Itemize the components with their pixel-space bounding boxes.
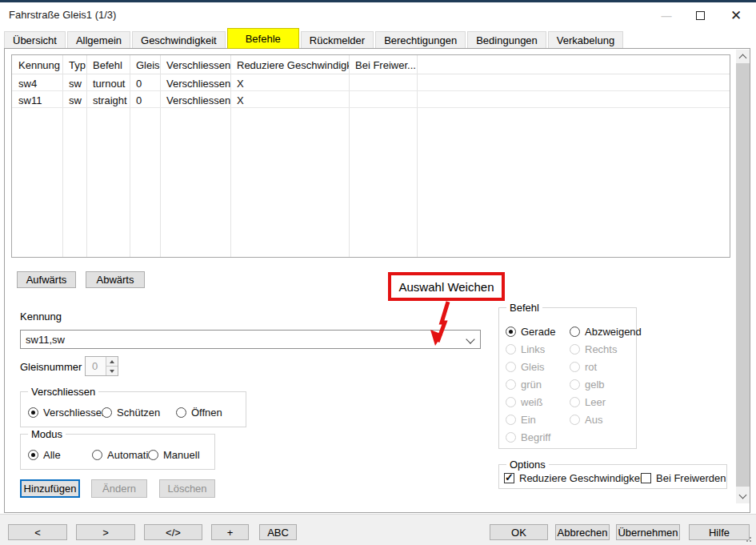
- radio-icon: [570, 362, 580, 372]
- kennung-value: sw11,sw: [26, 334, 65, 346]
- radio-icon: [506, 327, 516, 337]
- table-cell: turnout: [86, 74, 130, 90]
- radio-icon: [148, 450, 158, 460]
- table-header-row: KennungTypBefehlGleisVerschliessenReduzi…: [12, 55, 730, 74]
- tab-befehle[interactable]: Befehle: [227, 28, 299, 49]
- titlebar: Fahrstraße Gleis1 (1/3) — ✕: [0, 2, 756, 26]
- radio-alle[interactable]: Alle: [28, 449, 61, 461]
- radio-gerade[interactable]: Gerade: [506, 326, 555, 338]
- column-header[interactable]: Verschliessen: [160, 55, 230, 74]
- radio-label: Manuell: [163, 449, 200, 461]
- radio-öffnen[interactable]: Öffnen: [176, 407, 222, 419]
- resize-grip[interactable]: [746, 535, 754, 543]
- radio-icon: [506, 362, 516, 372]
- uebernehmen-button[interactable]: Übernehmen: [616, 524, 680, 540]
- radio-icon: [570, 397, 580, 407]
- radio-gelb: gelb: [570, 379, 605, 391]
- radio-icon: [506, 379, 516, 390]
- annotation-box: Auswahl Weichen: [388, 272, 505, 301]
- next-button[interactable]: >: [76, 524, 135, 540]
- radio-label: Gerade: [521, 326, 555, 338]
- tab-übersicht[interactable]: Übersicht: [4, 31, 66, 49]
- action-button-löschen: Löschen: [159, 479, 215, 498]
- radio-icon: [570, 379, 580, 390]
- hilfe-button[interactable]: Hilfe: [689, 524, 750, 540]
- vertical-scrollbar[interactable]: [736, 50, 750, 503]
- radio-label: grün: [521, 379, 542, 391]
- radio-abzweigend[interactable]: Abzweigend: [570, 326, 642, 338]
- column-header[interactable]: Typ: [62, 55, 86, 74]
- window-title: Fahrstraße Gleis1 (1/3): [9, 9, 116, 21]
- gleisnummer-label: Gleisnummer: [20, 361, 82, 373]
- radio-icon: [570, 327, 580, 337]
- radio-label: Automatik: [107, 449, 154, 461]
- radio-gleis: Gleis: [506, 361, 545, 373]
- radio-icon: [28, 407, 38, 418]
- tab-berechtigungen[interactable]: Berechtigungen: [375, 31, 466, 49]
- verschliessen-group: Verschliessen VerschliessenSchützenÖffne…: [20, 391, 246, 427]
- checkbox-bei-freiwerden[interactable]: Bei Freiwerden: [641, 472, 726, 484]
- radio-rechts: Rechts: [570, 343, 617, 355]
- radio-grün: grün: [506, 379, 542, 391]
- tab-rückmelder[interactable]: Rückmelder: [301, 31, 374, 49]
- scroll-up-icon[interactable]: [736, 50, 750, 63]
- befehl-group-title: Befehl: [506, 302, 542, 314]
- code-button[interactable]: </>: [144, 524, 202, 540]
- tab-verkabelung[interactable]: Verkabelung: [548, 31, 623, 49]
- column-header[interactable]: Gleis: [130, 55, 160, 74]
- radio-automatik[interactable]: Automatik: [92, 449, 154, 461]
- modus-group-title: Modus: [28, 428, 66, 440]
- abbrechen-button[interactable]: Abbrechen: [555, 524, 610, 540]
- table-cell: X: [230, 74, 349, 90]
- checkbox-label: Bei Freiwerden: [656, 472, 726, 484]
- abc-button[interactable]: ABC: [259, 524, 297, 540]
- close-icon[interactable]: ✕: [722, 5, 750, 26]
- scroll-down-icon[interactable]: [736, 490, 750, 503]
- table-row[interactable]: sw4swturnout0VerschliessenX: [12, 74, 730, 91]
- radio-icon: [506, 432, 516, 443]
- radio-schützen[interactable]: Schützen: [102, 407, 160, 419]
- radio-verschliessen[interactable]: Verschliessen: [28, 407, 107, 419]
- checkbox-icon: [641, 473, 651, 483]
- ok-button[interactable]: OK: [490, 524, 548, 540]
- checkbox-reduziere-geschwindigkeit[interactable]: Reduziere Geschwindigkeit: [504, 472, 646, 484]
- move-down-button[interactable]: Abwärts: [86, 271, 145, 288]
- prev-button[interactable]: <: [8, 524, 67, 540]
- radio-label: Begriff: [521, 431, 550, 443]
- commands-table[interactable]: KennungTypBefehlGleisVerschliessenReduzi…: [11, 54, 730, 258]
- stepper-down-icon[interactable]: [106, 367, 118, 375]
- tab-allgemein[interactable]: Allgemein: [67, 31, 130, 49]
- scrollbar-thumb[interactable]: [736, 63, 750, 487]
- action-button-hinzufügen[interactable]: Hinzufügen: [20, 479, 80, 498]
- minimize-icon[interactable]: —: [653, 5, 680, 26]
- radio-label: Schützen: [117, 407, 160, 419]
- tab-geschwindigkeit[interactable]: Geschwindigkeit: [132, 31, 226, 49]
- column-header[interactable]: Bei Freiwer...: [349, 55, 417, 74]
- table-cell: Verschliessen: [160, 74, 230, 90]
- radio-icon: [506, 397, 516, 407]
- maximize-icon[interactable]: [686, 5, 714, 26]
- radio-label: Ein: [521, 414, 536, 426]
- column-header[interactable]: Reduziere Geschwindigkeit: [230, 55, 349, 74]
- radio-manuell[interactable]: Manuell: [148, 449, 200, 461]
- radio-icon: [176, 407, 186, 418]
- table-cell: straight: [86, 91, 130, 107]
- radio-label: rot: [585, 361, 597, 373]
- table-row[interactable]: sw11swstraight0VerschliessenX: [12, 91, 730, 108]
- move-up-button[interactable]: Aufwärts: [17, 271, 76, 288]
- radio-ein: Ein: [506, 414, 536, 426]
- column-header[interactable]: Kennung: [12, 55, 62, 74]
- table-cell: 0: [130, 74, 160, 90]
- plus-button[interactable]: +: [211, 524, 249, 540]
- radio-icon: [92, 450, 102, 460]
- stepper-up-icon[interactable]: [106, 357, 118, 367]
- column-header[interactable]: Befehl: [86, 55, 130, 74]
- kennung-label: Kennung: [20, 311, 62, 323]
- checkbox-label: Reduziere Geschwindigkeit: [519, 472, 646, 484]
- radio-label: Öffnen: [191, 407, 222, 419]
- table-cell: sw: [62, 91, 86, 107]
- kennung-combobox[interactable]: sw11,sw: [20, 330, 481, 349]
- table-cell: 0: [130, 91, 160, 107]
- tab-bedingungen[interactable]: Bedingungen: [467, 31, 546, 49]
- radio-label: Gleis: [521, 361, 545, 373]
